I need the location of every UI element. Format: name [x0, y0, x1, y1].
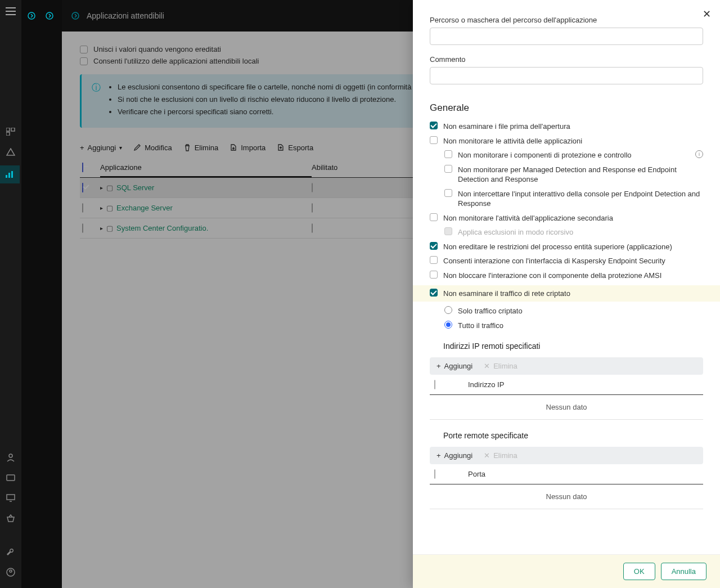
chevron-icon[interactable]: [27, 11, 36, 20]
opt-label: Non ereditare le restrizioni del process…: [443, 242, 703, 252]
radio-label: Tutto il traffico: [458, 321, 703, 331]
app-name[interactable]: Exchange Server: [116, 204, 173, 212]
svg-rect-1: [11, 128, 15, 131]
merge-checkbox[interactable]: [80, 46, 88, 53]
add-button[interactable]: + Aggiungi ▾: [80, 143, 122, 152]
select-all-checkbox[interactable]: [82, 163, 83, 172]
alert-icon[interactable]: [4, 145, 17, 159]
enabled-checkbox[interactable]: [312, 203, 313, 213]
page-title: Applicazioni attendibili: [87, 11, 164, 20]
opt-recursive-checkbox: [444, 227, 452, 235]
enabled-checkbox[interactable]: [312, 183, 313, 192]
col-port[interactable]: Porta: [457, 470, 699, 478]
chart-icon[interactable]: [0, 165, 20, 183]
app-name[interactable]: SQL Server: [116, 183, 154, 192]
port-delete-button: ✕ Elimina: [484, 451, 518, 460]
port-toolbar: + Aggiungi ✕ Elimina: [430, 447, 703, 464]
port-table: Porta Nessun dato: [430, 464, 703, 509]
expand-icon[interactable]: ▸: [100, 205, 103, 211]
chevron-icon[interactable]: [45, 11, 54, 20]
radio-encrypted-only[interactable]: [444, 306, 452, 314]
svg-rect-4: [8, 173, 10, 178]
comment-input[interactable]: [430, 67, 703, 84]
port-no-data: Nessun dato: [430, 484, 703, 509]
card-icon[interactable]: [4, 471, 17, 484]
opt-label: Non esaminare i file prima dell'apertura: [443, 122, 703, 132]
path-input[interactable]: [430, 28, 703, 45]
opt-kes-interaction-checkbox[interactable]: [430, 256, 438, 264]
detail-panel: ✕ Percorso o maschera del percorso dell'…: [413, 0, 720, 588]
chevron-icon[interactable]: [71, 11, 80, 20]
opt-scan-files-checkbox[interactable]: [430, 122, 438, 129]
opt-secondary-app-checkbox[interactable]: [430, 213, 438, 221]
section-general: Generale: [430, 102, 703, 114]
cancel-button[interactable]: Annulla: [661, 563, 706, 580]
merge-label: Unisci i valori quando vengono ereditati: [93, 45, 221, 53]
allow-local-label: Consenti l'utilizzo delle applicazioni a…: [93, 57, 259, 65]
col-ip[interactable]: Indirizzo IP: [457, 380, 699, 389]
opt-label: Non bloccare l'interazione con il compon…: [443, 271, 703, 281]
opt-monitor-apps-checkbox[interactable]: [430, 136, 438, 144]
opt-label: Non monitorare le attività delle applica…: [443, 136, 703, 146]
radio-all-traffic[interactable]: [444, 321, 452, 329]
ip-add-button[interactable]: + Aggiungi: [436, 362, 472, 370]
allow-local-checkbox[interactable]: [80, 57, 88, 65]
wrench-icon[interactable]: [4, 545, 17, 559]
basket-icon[interactable]: [4, 511, 17, 525]
col-application[interactable]: Applicazione: [100, 163, 312, 177]
ok-button[interactable]: OK: [623, 563, 655, 580]
folder-icon: ▢: [106, 224, 113, 232]
menu-icon[interactable]: [4, 5, 17, 18]
section-ip: Indirizzi IP remoti specificati: [443, 342, 703, 351]
opt-encrypted-traffic-checkbox[interactable]: [430, 289, 438, 297]
opt-amsi-checkbox[interactable]: [430, 271, 438, 279]
opt-inherit-restrictions-checkbox[interactable]: [430, 242, 438, 250]
ip-toolbar: + Aggiungi ✕ Elimina: [430, 357, 703, 375]
edit-button[interactable]: Modifica: [133, 143, 172, 152]
secondary-rail: [21, 0, 62, 588]
svg-rect-0: [6, 128, 10, 131]
user-icon[interactable]: [4, 451, 17, 464]
section-ports: Porte remote specificate: [443, 431, 703, 440]
opt-label: Non intercettare l'input interattivo del…: [458, 189, 703, 209]
svg-point-12: [46, 12, 53, 19]
opt-label: Non esaminare il traffico di rete cripta…: [443, 289, 703, 299]
info-icon: ⓘ: [92, 82, 101, 120]
svg-rect-2: [6, 132, 10, 136]
row-checkbox[interactable]: [82, 203, 83, 213]
account-icon[interactable]: [4, 565, 17, 579]
opt-label: Non monitorare per Managed Detection and…: [458, 165, 703, 185]
nav-rail: [0, 0, 21, 588]
panel-footer: OK Annulla: [413, 554, 720, 588]
radio-label: Solo traffico criptato: [458, 306, 703, 316]
enabled-checkbox[interactable]: [312, 223, 313, 233]
svg-point-13: [72, 12, 79, 19]
svg-point-11: [28, 12, 35, 19]
dashboard-icon[interactable]: [4, 125, 17, 138]
expand-icon[interactable]: ▸: [100, 185, 103, 191]
expand-icon[interactable]: ▸: [100, 225, 103, 231]
opt-mdr-edr-checkbox[interactable]: [444, 165, 452, 173]
close-button[interactable]: ✕: [703, 8, 711, 20]
opt-console-input-checkbox[interactable]: [444, 189, 452, 197]
row-checkbox[interactable]: [82, 223, 83, 233]
ip-no-data: Nessun dato: [430, 395, 703, 419]
row-checkbox[interactable]: [82, 183, 83, 192]
monitor-icon[interactable]: [4, 491, 17, 505]
opt-label: Applica esclusioni in modo ricorsivo: [458, 227, 703, 237]
info-icon[interactable]: i: [695, 150, 703, 158]
import-button[interactable]: Importa: [230, 143, 266, 152]
app-name[interactable]: System Center Configuratio.: [116, 224, 208, 232]
ip-delete-button: ✕ Elimina: [484, 362, 518, 370]
export-button[interactable]: Esporta: [277, 143, 313, 152]
path-label: Percorso o maschera del percorso dell'ap…: [430, 16, 703, 24]
port-add-button[interactable]: + Aggiungi: [436, 451, 472, 460]
port-select-all[interactable]: [434, 469, 435, 479]
folder-icon: ▢: [106, 183, 113, 192]
opt-label: Non monitorare i componenti di protezion…: [458, 150, 687, 160]
svg-rect-3: [6, 175, 7, 178]
opt-label: Non monitorare l'attività dell'applicazi…: [443, 213, 703, 223]
ip-select-all[interactable]: [434, 380, 435, 389]
opt-protection-components-checkbox[interactable]: [444, 150, 452, 158]
delete-button[interactable]: Elimina: [183, 143, 219, 152]
